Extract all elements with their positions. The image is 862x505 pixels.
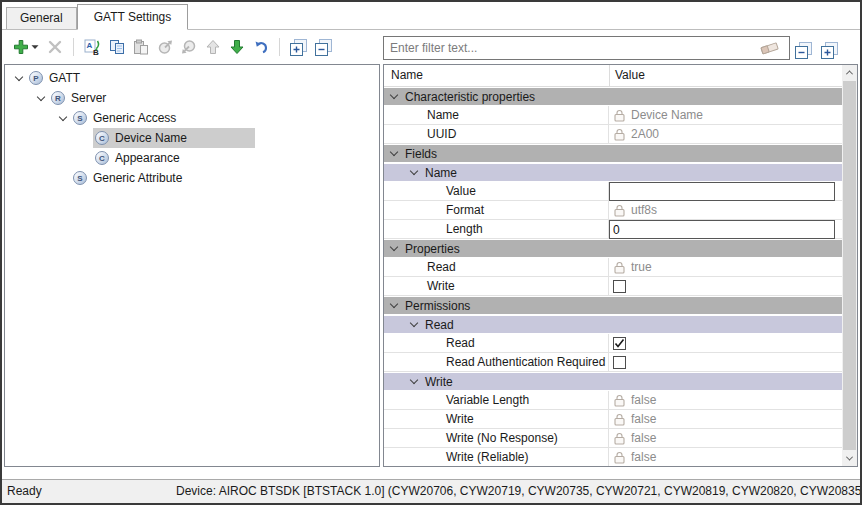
- group-row-fields[interactable]: Fields: [384, 144, 842, 163]
- group-row-permissions[interactable]: Permissions: [384, 296, 842, 315]
- subgroup-row-read[interactable]: Read: [384, 315, 842, 334]
- clear-filter-button[interactable]: [759, 40, 781, 57]
- value-input-value[interactable]: [609, 182, 835, 201]
- tree-expander[interactable]: [55, 117, 71, 120]
- scrollbar-thumb[interactable]: [843, 81, 856, 450]
- locked-value: 2A00: [631, 127, 659, 141]
- scroll-up-button[interactable]: [842, 65, 857, 80]
- app-window: General GATT Settings AB PGATTRServerSGe…: [0, 0, 862, 505]
- property-value: 2A00: [609, 125, 842, 143]
- copy-button[interactable]: [108, 38, 126, 56]
- tree-item-label: GATT: [49, 71, 80, 85]
- collapse-all-icon: [795, 42, 812, 59]
- lock-icon: [613, 109, 626, 122]
- property-name: Variable Length: [384, 391, 609, 409]
- collapse-all-tree-button[interactable]: [314, 38, 333, 57]
- tree-item-gatt[interactable]: PGATT: [5, 68, 379, 88]
- add-item-button[interactable]: [12, 38, 40, 56]
- expand-all-values-button[interactable]: [820, 41, 838, 59]
- tree-expander[interactable]: [11, 77, 27, 80]
- tree-item-generic-attribute[interactable]: SGeneric Attribute: [5, 168, 379, 188]
- group-row-characteristic-properties[interactable]: Characteristic properties: [384, 87, 842, 106]
- group-label: Properties: [405, 242, 460, 256]
- subgroup-row-write[interactable]: Write: [384, 372, 842, 391]
- checkbox-read-authentication-required[interactable]: [613, 356, 626, 369]
- expand-all-tree-button[interactable]: [289, 38, 308, 57]
- undo-button[interactable]: [252, 38, 270, 56]
- plus-icon: [13, 39, 29, 55]
- rename-ab-icon: AB: [84, 39, 101, 56]
- locked-value: false: [631, 450, 656, 464]
- group-label: Characteristic properties: [405, 90, 535, 104]
- tree-node: SGeneric Attribute: [71, 168, 186, 188]
- tree-expander[interactable]: [33, 97, 49, 100]
- tree-item-server[interactable]: RServer: [5, 88, 379, 108]
- lock-icon: [613, 128, 626, 141]
- tree-item-device-name[interactable]: CDevice Name: [5, 128, 379, 148]
- property-row-write: Writefalse: [384, 410, 842, 429]
- property-row-read: Read: [384, 334, 842, 353]
- property-row-length: Length: [384, 220, 842, 239]
- property-value: [609, 277, 842, 295]
- property-table-body: Characteristic propertiesNameDevice Name…: [384, 87, 842, 466]
- tree-item-generic-access[interactable]: SGeneric Access: [5, 108, 379, 128]
- checkbox-write[interactable]: [613, 280, 626, 293]
- property-name: Format: [384, 201, 609, 219]
- tree-item-label: Generic Attribute: [93, 171, 182, 185]
- locked-value: utf8s: [631, 203, 657, 217]
- badge-c-icon: C: [95, 151, 109, 165]
- delete-x-icon: [47, 39, 63, 55]
- chevron-down-icon: [390, 243, 398, 251]
- property-row-write: Write: [384, 277, 842, 296]
- chevron-down-icon: [410, 376, 418, 384]
- value-input-length[interactable]: [609, 220, 835, 239]
- property-value: utf8s: [609, 201, 842, 219]
- collapse-all-values-button[interactable]: [794, 41, 812, 59]
- group-label: Name: [425, 166, 457, 180]
- tree-node: PGATT: [27, 68, 84, 88]
- lock-icon: [613, 204, 626, 217]
- property-row-variable-length: Variable Lengthfalse: [384, 391, 842, 410]
- property-row-value: Value: [384, 182, 842, 201]
- caret-down-icon: [31, 44, 39, 50]
- filter-input[interactable]: [383, 36, 790, 60]
- expand-all-icon: [290, 39, 307, 56]
- chevron-up-icon: [846, 70, 853, 77]
- property-value: Device Name: [609, 106, 842, 124]
- lock-icon: [613, 394, 626, 407]
- toolbar-separator: [279, 38, 280, 56]
- property-name: Read: [384, 258, 609, 276]
- vertical-scrollbar[interactable]: [842, 65, 857, 466]
- arrow-down-icon: [229, 39, 245, 55]
- tab-general-label: General: [20, 11, 63, 25]
- property-value: [609, 220, 842, 238]
- subgroup-row-name[interactable]: Name: [384, 163, 842, 182]
- tree-item-appearance[interactable]: CAppearance: [5, 148, 379, 168]
- chevron-down-icon: [390, 300, 398, 308]
- tab-gatt-settings[interactable]: GATT Settings: [77, 4, 189, 30]
- rename-button[interactable]: AB: [83, 38, 102, 57]
- checkbox-read[interactable]: [613, 337, 626, 350]
- move-out-button: [156, 38, 174, 56]
- tab-gatt-settings-label: GATT Settings: [94, 10, 172, 24]
- tab-bar: General GATT Settings: [2, 2, 860, 30]
- badge-r-icon: R: [51, 91, 65, 105]
- scroll-down-button[interactable]: [842, 451, 857, 466]
- device-info: Device: AIROC BTSDK [BTSTACK 1.0] (CYW20…: [176, 484, 860, 498]
- expand-all-icon: [821, 42, 838, 59]
- status-text: Ready: [7, 484, 42, 498]
- group-label: Permissions: [405, 299, 470, 313]
- chevron-down-icon: [390, 148, 398, 156]
- group-row-properties[interactable]: Properties: [384, 239, 842, 258]
- collapse-all-icon: [315, 39, 332, 56]
- tab-general[interactable]: General: [6, 7, 77, 29]
- undo-icon: [253, 39, 269, 55]
- lock-icon: [613, 261, 626, 274]
- move-down-button[interactable]: [228, 38, 246, 56]
- move-up-button: [204, 38, 222, 56]
- group-label: Read: [425, 318, 454, 332]
- property-name: Write: [384, 410, 609, 428]
- svg-text:A: A: [87, 41, 93, 50]
- tree-node-selected: CDevice Name: [93, 128, 255, 148]
- property-name: Read Authentication Required: [384, 353, 609, 371]
